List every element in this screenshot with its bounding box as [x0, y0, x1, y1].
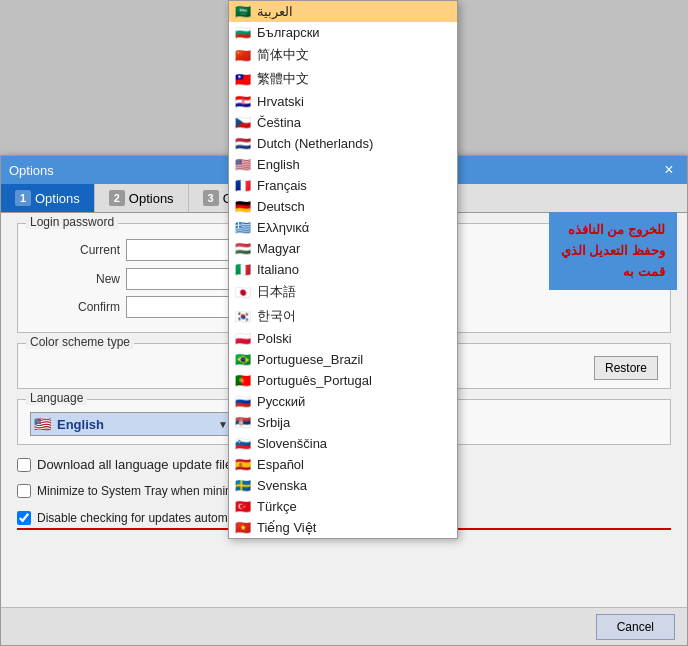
tab-3-number: 3 [203, 190, 219, 206]
lang-item-flag-10: 🇬🇷 [235, 220, 251, 235]
lang-item-text-0: العربية [257, 4, 293, 19]
lang-item-flag-6: 🇳🇱 [235, 136, 251, 151]
lang-item-5[interactable]: 🇨🇿Čeština [229, 112, 457, 133]
tab-options-2[interactable]: 2 Options [95, 184, 189, 212]
lang-item-flag-7: 🇺🇸 [235, 157, 251, 172]
lang-item-text-20: Slovenščina [257, 436, 327, 451]
close-button[interactable]: × [659, 160, 679, 180]
lang-item-text-2: 简体中文 [257, 46, 309, 64]
lang-item-text-16: Portuguese_Brazil [257, 352, 363, 367]
restore-button[interactable]: Restore [594, 356, 658, 380]
lang-item-flag-15: 🇵🇱 [235, 331, 251, 346]
lang-item-text-24: Tiếng Việt [257, 520, 316, 535]
lang-item-text-12: Italiano [257, 262, 299, 277]
lang-item-text-17: Português_Portugal [257, 373, 372, 388]
lang-item-flag-4: 🇭🇷 [235, 94, 251, 109]
lang-item-text-22: Svenska [257, 478, 307, 493]
lang-item-flag-13: 🇯🇵 [235, 285, 251, 300]
lang-item-text-14: 한국어 [257, 307, 296, 325]
lang-item-18[interactable]: 🇷🇺Русский [229, 391, 457, 412]
tab-1-label: Options [35, 191, 80, 206]
lang-item-10[interactable]: 🇬🇷Ελληνικά [229, 217, 457, 238]
lang-item-21[interactable]: 🇪🇸Español [229, 454, 457, 475]
lang-item-text-21: Español [257, 457, 304, 472]
lang-item-text-9: Deutsch [257, 199, 305, 214]
lang-item-text-1: Български [257, 25, 320, 40]
language-section-label: Language [26, 391, 87, 405]
arabic-line1: للخروج من النافذه [561, 220, 665, 241]
new-label: New [30, 272, 120, 286]
lang-item-24[interactable]: 🇻🇳Tiếng Việt [229, 517, 457, 538]
confirm-label: Confirm [30, 300, 120, 314]
lang-item-text-11: Magyar [257, 241, 300, 256]
current-label: Current [30, 243, 120, 257]
lang-item-text-13: 日本語 [257, 283, 296, 301]
lang-item-13[interactable]: 🇯🇵日本語 [229, 280, 457, 304]
language-select-wrapper: 🇺🇸 English ▼ [30, 412, 230, 436]
lang-item-flag-5: 🇨🇿 [235, 115, 251, 130]
lang-item-9[interactable]: 🇩🇪Deutsch [229, 196, 457, 217]
cancel-button[interactable]: Cancel [596, 614, 675, 640]
lang-item-12[interactable]: 🇮🇹Italiano [229, 259, 457, 280]
tab-options-1[interactable]: 1 Options [1, 184, 95, 212]
lang-item-flag-24: 🇻🇳 [235, 520, 251, 535]
lang-item-flag-8: 🇫🇷 [235, 178, 251, 193]
lang-item-7[interactable]: 🇺🇸English [229, 154, 457, 175]
dialog-title: Options [9, 163, 54, 178]
login-password-label: Login password [26, 215, 118, 229]
lang-item-flag-1: 🇧🇬 [235, 25, 251, 40]
tab-2-number: 2 [109, 190, 125, 206]
lang-item-flag-2: 🇨🇳 [235, 48, 251, 63]
lang-item-flag-12: 🇮🇹 [235, 262, 251, 277]
lang-item-text-10: Ελληνικά [257, 220, 309, 235]
lang-item-6[interactable]: 🇳🇱Dutch (Netherlands) [229, 133, 457, 154]
lang-item-1[interactable]: 🇧🇬Български [229, 22, 457, 43]
language-dropdown[interactable]: 🇸🇦العربية🇧🇬Български🇨🇳简体中文🇹🇼繁體中文🇭🇷Hrvats… [228, 0, 458, 539]
disable-updates-checkbox[interactable] [17, 511, 31, 525]
lang-item-0[interactable]: 🇸🇦العربية [229, 1, 457, 22]
lang-item-text-19: Srbija [257, 415, 290, 430]
lang-item-20[interactable]: 🇸🇮Slovenščina [229, 433, 457, 454]
lang-item-flag-22: 🇸🇪 [235, 478, 251, 493]
lang-item-11[interactable]: 🇭🇺Magyar [229, 238, 457, 259]
lang-item-text-15: Polski [257, 331, 292, 346]
minimize-tray-checkbox[interactable] [17, 484, 31, 498]
tab-2-label: Options [129, 191, 174, 206]
lang-item-text-4: Hrvatski [257, 94, 304, 109]
lang-item-3[interactable]: 🇹🇼繁體中文 [229, 67, 457, 91]
minimize-tray-label: Minimize to System Tray when minimizing [37, 484, 260, 498]
lang-item-15[interactable]: 🇵🇱Polski [229, 328, 457, 349]
lang-item-17[interactable]: 🇵🇹Português_Portugal [229, 370, 457, 391]
lang-item-19[interactable]: 🇷🇸Srbija [229, 412, 457, 433]
lang-item-flag-23: 🇹🇷 [235, 499, 251, 514]
lang-item-14[interactable]: 🇰🇷한국어 [229, 304, 457, 328]
arabic-line2: وحفظ التعديل الذي [561, 241, 665, 262]
lang-item-text-23: Türkçe [257, 499, 297, 514]
language-select[interactable]: English [30, 412, 230, 436]
live-update-text-before: Download all language update files in [37, 457, 256, 472]
lang-item-2[interactable]: 🇨🇳简体中文 [229, 43, 457, 67]
lang-item-flag-3: 🇹🇼 [235, 72, 251, 87]
lang-item-flag-19: 🇷🇸 [235, 415, 251, 430]
lang-item-text-6: Dutch (Netherlands) [257, 136, 373, 151]
live-update-checkbox[interactable] [17, 458, 31, 472]
lang-item-text-8: Français [257, 178, 307, 193]
lang-item-4[interactable]: 🇭🇷Hrvatski [229, 91, 457, 112]
lang-item-flag-16: 🇧🇷 [235, 352, 251, 367]
lang-item-flag-14: 🇰🇷 [235, 309, 251, 324]
lang-item-23[interactable]: 🇹🇷Türkçe [229, 496, 457, 517]
color-scheme-label: Color scheme type [26, 335, 134, 349]
lang-item-flag-0: 🇸🇦 [235, 4, 251, 19]
lang-item-flag-20: 🇸🇮 [235, 436, 251, 451]
lang-item-flag-17: 🇵🇹 [235, 373, 251, 388]
lang-item-text-3: 繁體中文 [257, 70, 309, 88]
lang-item-8[interactable]: 🇫🇷Français [229, 175, 457, 196]
lang-item-16[interactable]: 🇧🇷Portuguese_Brazil [229, 349, 457, 370]
lang-item-text-7: English [257, 157, 300, 172]
lang-item-22[interactable]: 🇸🇪Svenska [229, 475, 457, 496]
tab-1-number: 1 [15, 190, 31, 206]
arabic-tooltip: للخروج من النافذه وحفظ التعديل الذي قمت … [549, 212, 677, 290]
bottom-bar: Cancel [1, 607, 687, 645]
lang-item-flag-9: 🇩🇪 [235, 199, 251, 214]
lang-item-flag-21: 🇪🇸 [235, 457, 251, 472]
